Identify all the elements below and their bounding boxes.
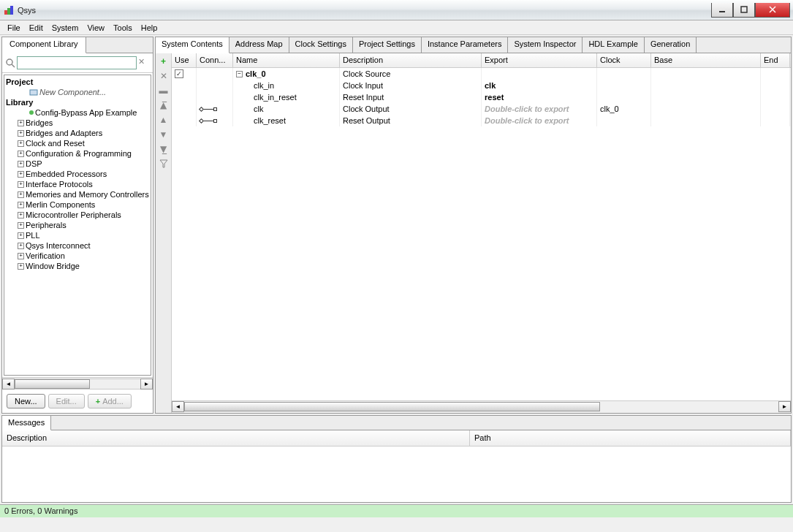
messages-header-path[interactable]: Path	[470, 430, 791, 446]
expand-icon[interactable]: +	[18, 161, 24, 167]
minimize-button[interactable]	[711, 3, 733, 18]
header-end[interactable]: End	[761, 53, 790, 67]
tree-item[interactable]: +Window Bridge	[6, 261, 149, 271]
menu-file[interactable]: File	[3, 22, 25, 34]
table-row[interactable]: clk_in_resetReset Inputreset	[172, 91, 791, 103]
expand-icon[interactable]: +	[18, 171, 24, 178]
header-conn[interactable]: Conn...	[197, 53, 233, 67]
connection-line-icon[interactable]	[200, 109, 217, 110]
tree-item[interactable]: +Verification	[6, 251, 149, 261]
collapse-icon[interactable]: −	[236, 71, 243, 77]
tree-item[interactable]: +Configuration & Programming	[6, 148, 149, 159]
use-checkbox[interactable]: ✓	[175, 69, 183, 78]
add-button[interactable]: +Add...	[88, 394, 132, 408]
plus-icon: +	[96, 397, 100, 406]
expand-icon[interactable]: +	[18, 130, 24, 137]
scroll-thumb[interactable]	[15, 379, 90, 389]
export-hint[interactable]: Double-click to export	[485, 104, 569, 113]
expand-icon[interactable]: +	[18, 140, 24, 147]
tab-project-settings[interactable]: Project Settings	[353, 37, 422, 53]
tab-hdl-example[interactable]: HDL Example	[583, 37, 644, 53]
close-button[interactable]	[755, 3, 790, 18]
header-export[interactable]: Export	[482, 53, 597, 67]
expand-icon[interactable]: +	[18, 212, 24, 218]
toolbar-up-icon[interactable]: ▲	[157, 113, 170, 126]
maximize-button[interactable]	[733, 3, 755, 18]
tree-h-scrollbar[interactable]: ◄ ►	[2, 377, 153, 390]
tree-item[interactable]: +Embedded Processors	[6, 169, 149, 179]
scroll-left-arrow[interactable]: ◄	[2, 379, 15, 390]
toolbar-down-icon[interactable]: ▼	[157, 128, 170, 141]
grid-scroll-left[interactable]: ◄	[172, 401, 184, 412]
expand-icon[interactable]: +	[18, 263, 24, 270]
search-input[interactable]	[17, 56, 137, 69]
tab-system-contents[interactable]: System Contents	[156, 37, 229, 53]
menu-system[interactable]: System	[48, 22, 83, 34]
messages-tab[interactable]: Messages	[2, 416, 51, 430]
scroll-right-arrow[interactable]: ►	[140, 379, 153, 390]
tab-generation[interactable]: Generation	[645, 37, 697, 53]
messages-header: Description Path	[2, 430, 791, 446]
tree-item[interactable]: +Microcontroller Peripherals	[6, 210, 149, 220]
tree-item[interactable]: +Interface Protocols	[6, 179, 149, 189]
connection-line-icon[interactable]	[200, 121, 217, 121]
tree-item[interactable]: +PLL	[6, 230, 149, 240]
component-tree[interactable]: Project New Component... Library Config-…	[4, 75, 151, 376]
tree-new-component[interactable]: New Component...	[6, 87, 149, 97]
clear-search-icon[interactable]: ✕	[138, 57, 150, 69]
tree-item[interactable]: +Clock and Reset	[6, 138, 149, 148]
row-description: Clock Source	[340, 68, 482, 80]
tree-item[interactable]: +Merlin Components	[6, 200, 149, 210]
table-row[interactable]: clk_resetReset OutputDouble-click to exp…	[172, 115, 791, 126]
header-description[interactable]: Description	[340, 53, 482, 67]
header-clock[interactable]: Clock	[597, 53, 651, 67]
menu-help[interactable]: Help	[137, 22, 162, 34]
expand-icon[interactable]: +	[18, 222, 24, 229]
tree-item[interactable]: +Memories and Memory Controllers	[6, 189, 149, 200]
table-row[interactable]: ✓−clk_0Clock Source	[172, 68, 791, 80]
header-base[interactable]: Base	[651, 53, 761, 67]
toolbar-remove-icon[interactable]: ✕	[157, 69, 170, 83]
tree-item[interactable]: +Qsys Interconnect	[6, 240, 149, 251]
tree-config-bypass[interactable]: Config-Bypass App Example	[6, 107, 149, 118]
toolbar-note-icon[interactable]: ▬	[157, 84, 170, 97]
table-row[interactable]: clk_inClock Inputclk	[172, 80, 791, 91]
tab-system-inspector[interactable]: System Inspector	[508, 37, 583, 53]
tab-instance-parameters[interactable]: Instance Parameters	[422, 37, 509, 53]
header-use[interactable]: Use	[172, 53, 197, 67]
expand-icon[interactable]: +	[18, 243, 24, 249]
expand-icon[interactable]: +	[18, 232, 24, 239]
component-library-tab[interactable]: Component Library	[2, 37, 86, 53]
tab-address-map[interactable]: Address Map	[229, 37, 289, 53]
toolbar-top-icon[interactable]: ▲̅	[157, 99, 170, 112]
messages-header-description[interactable]: Description	[2, 430, 470, 446]
menu-edit[interactable]: Edit	[25, 22, 48, 34]
expand-icon[interactable]: +	[18, 202, 24, 208]
expand-icon[interactable]: +	[18, 151, 24, 157]
expand-icon[interactable]: +	[18, 253, 24, 259]
expand-icon[interactable]: +	[18, 191, 24, 198]
edit-button[interactable]: Edit...	[48, 394, 85, 408]
toolbar-filter-icon[interactable]	[157, 157, 170, 170]
grid-scroll-thumb[interactable]	[184, 402, 600, 411]
menu-tools[interactable]: Tools	[109, 22, 137, 34]
header-name[interactable]: Name	[233, 53, 340, 67]
tree-item[interactable]: +Bridges	[6, 118, 149, 128]
export-hint[interactable]: Double-click to export	[485, 116, 569, 125]
tree-item[interactable]: +Peripherals	[6, 220, 149, 230]
bullet-icon	[29, 110, 34, 115]
toolbar-add-icon[interactable]: +	[157, 55, 170, 68]
new-button[interactable]: New...	[7, 394, 45, 408]
grid-scroll-right[interactable]: ►	[778, 401, 791, 412]
expand-icon[interactable]: +	[18, 181, 24, 188]
menu-view[interactable]: View	[83, 22, 109, 34]
tab-clock-settings[interactable]: Clock Settings	[289, 37, 353, 53]
expand-icon[interactable]: +	[18, 120, 24, 126]
tree-item[interactable]: +Bridges and Adapters	[6, 128, 149, 138]
tree-item[interactable]: +DSP	[6, 159, 149, 169]
export-label[interactable]: clk	[485, 81, 496, 90]
export-label[interactable]: reset	[485, 93, 504, 102]
table-row[interactable]: clkClock OutputDouble-click to exportclk…	[172, 103, 791, 115]
grid-h-scrollbar[interactable]: ◄ ►	[172, 400, 791, 413]
toolbar-bottom-icon[interactable]: ▼̲	[157, 142, 170, 156]
